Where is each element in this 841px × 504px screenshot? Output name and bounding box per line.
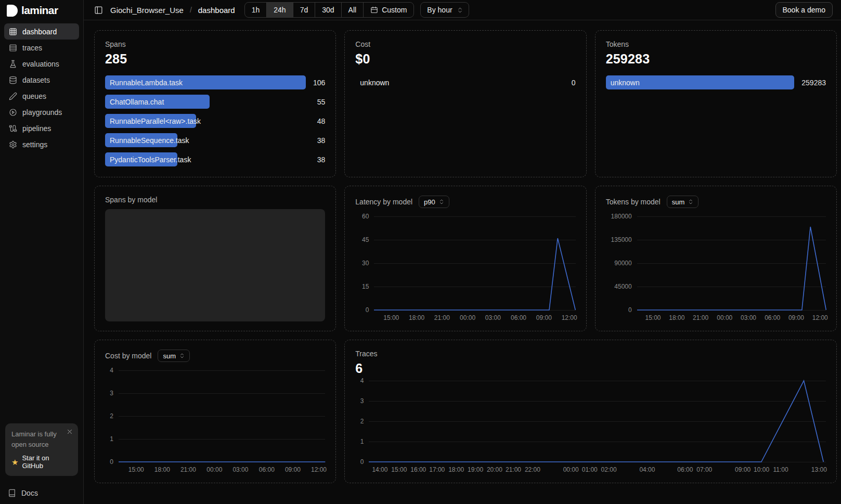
- metric-bar-value: 0: [564, 79, 576, 87]
- latency-by-model-title: Latency by model: [355, 198, 412, 206]
- x-tick-label: 09:00: [788, 314, 804, 321]
- cost-bar-list: unknown0: [355, 75, 575, 95]
- x-tick-label: 17:00: [429, 466, 445, 473]
- metric-bar-row[interactable]: unknown259283: [606, 75, 826, 89]
- panel-toggle-icon[interactable]: [93, 5, 104, 16]
- range-label: Custom: [382, 6, 407, 14]
- metric-bar-row[interactable]: PydanticToolsParser.task38: [105, 152, 325, 166]
- y-tick-label: 60: [362, 213, 369, 220]
- x-tick-label: 00:00: [460, 314, 475, 321]
- docs-label: Docs: [21, 489, 38, 497]
- x-tick-label: 21:00: [434, 314, 450, 321]
- sidebar-item-pipelines[interactable]: pipelines: [4, 120, 79, 136]
- x-tick-label: 15:00: [128, 466, 144, 473]
- cost-by-model-title: Cost by model: [105, 352, 151, 360]
- sidebar-item-label: dashboard: [22, 28, 57, 36]
- star-github-link[interactable]: ★ Star it on GitHub: [11, 454, 72, 470]
- chevrons-up-down-icon: [457, 7, 463, 14]
- y-tick-label: 30: [362, 260, 369, 267]
- pen-icon: [9, 92, 17, 100]
- x-tick-label: 16:00: [410, 466, 426, 473]
- x-tick-label: 07:00: [696, 466, 712, 473]
- range-all-button[interactable]: All: [342, 3, 364, 17]
- spans-by-model-title: Spans by model: [105, 196, 325, 204]
- tokens-bar-list: unknown259283: [606, 75, 826, 95]
- range-24h-button[interactable]: 24h: [267, 3, 293, 17]
- metric-bar-track: RunnableLambda.task: [105, 75, 306, 89]
- range-label: 24h: [274, 6, 286, 14]
- range-30d-button[interactable]: 30d: [315, 3, 341, 17]
- tokens-agg-select[interactable]: sum: [667, 196, 699, 208]
- chart-x-axis: 15:0018:0021:0000:0003:0006:0009:0012:00: [119, 462, 325, 473]
- tokens-agg-value: sum: [672, 198, 685, 206]
- spans-total: 285: [105, 51, 325, 67]
- brand-logo[interactable]: laminar: [0, 0, 83, 23]
- metric-bar-label: RunnableSequence.task: [110, 136, 189, 145]
- metric-bar-value: 55: [314, 98, 325, 106]
- range-label: 30d: [322, 6, 334, 14]
- star-github-label: Star it on GitHub: [22, 454, 72, 470]
- docs-link[interactable]: Docs: [0, 483, 83, 504]
- sidebar-item-traces[interactable]: traces: [4, 40, 79, 56]
- chart-y-axis: 04500090000135000180000: [606, 216, 637, 310]
- x-tick-label: 04:00: [639, 466, 655, 473]
- sidebar-item-settings[interactable]: settings: [4, 136, 79, 152]
- book-demo-button[interactable]: Book a demo: [775, 2, 833, 18]
- breadcrumb-page: dashboard: [198, 6, 235, 15]
- breadcrumb-separator: /: [190, 6, 192, 14]
- sidebar-item-evaluations[interactable]: evaluations: [4, 56, 79, 72]
- y-tick-label: 4: [110, 367, 113, 374]
- metric-bar-row[interactable]: unknown0: [355, 75, 575, 89]
- traces-total: 6: [355, 361, 826, 376]
- sidebar-nav: dashboardtracesevaluationsdatasetsqueues…: [0, 23, 83, 423]
- sidebar-item-dashboard[interactable]: dashboard: [4, 23, 79, 40]
- x-tick-label: 14:00: [372, 466, 387, 473]
- x-tick-label: 15:00: [383, 314, 399, 321]
- metric-bar-track: RunnableSequence.task: [105, 133, 306, 147]
- y-tick-label: 180000: [611, 213, 632, 220]
- y-tick-label: 2: [360, 418, 364, 425]
- chart-x-axis: 15:0018:0021:0000:0003:0006:0009:0012:00: [374, 310, 575, 321]
- cost-agg-value: sum: [163, 352, 176, 360]
- metric-bar-row[interactable]: ChatOllama.chat55: [105, 95, 325, 109]
- sidebar-item-label: queues: [22, 92, 46, 100]
- chart-y-axis: 015304560: [355, 216, 374, 310]
- flask-icon: [9, 60, 17, 68]
- metric-bar-label: ChatOllama.chat: [110, 98, 164, 106]
- sidebar-item-queues[interactable]: queues: [4, 88, 79, 104]
- breadcrumb-project[interactable]: Giochi_Browser_Use: [110, 6, 184, 15]
- tokens-by-model-card: Tokens by model sum 04500090000135000180…: [595, 186, 837, 331]
- close-icon[interactable]: [65, 427, 74, 436]
- sidebar-item-label: traces: [22, 44, 42, 52]
- brand-name: laminar: [21, 4, 58, 17]
- y-tick-label: 0: [366, 306, 369, 314]
- rows-icon: [9, 44, 17, 52]
- x-tick-label: 00:00: [206, 466, 222, 473]
- book-icon: [8, 489, 16, 497]
- range-7d-button[interactable]: 7d: [293, 3, 316, 17]
- range-1h-button[interactable]: 1h: [245, 3, 267, 17]
- y-tick-label: 1: [110, 435, 113, 443]
- metric-bar-row[interactable]: RunnableSequence.task38: [105, 133, 325, 147]
- sidebar-item-playgrounds[interactable]: playgrounds: [4, 104, 79, 120]
- x-tick-label: 18:00: [669, 314, 684, 321]
- calendar-icon: [370, 6, 378, 14]
- range-custom-button[interactable]: Custom: [364, 3, 413, 17]
- x-tick-label: 09:00: [536, 314, 552, 321]
- x-tick-label: 00:00: [717, 314, 732, 321]
- metric-bar-value: 38: [314, 136, 325, 145]
- y-tick-label: 4: [360, 377, 364, 384]
- x-tick-label: 13:00: [811, 466, 827, 473]
- x-tick-label: 22:00: [525, 466, 540, 473]
- metric-bar-row[interactable]: RunnableParallel<raw>.task48: [105, 114, 325, 128]
- range-label: 7d: [300, 6, 308, 14]
- tokens-card-title: Tokens: [606, 40, 826, 48]
- metric-bar-row[interactable]: RunnableLambda.task106: [105, 75, 325, 89]
- y-tick-label: 0: [110, 458, 113, 466]
- dashboard-content: Spans 285 RunnableLambda.task106ChatOlla…: [84, 20, 841, 504]
- app-root: laminar dashboardtracesevaluationsdatase…: [0, 0, 841, 504]
- group-by-select[interactable]: By hour: [420, 2, 469, 18]
- sidebar-item-datasets[interactable]: datasets: [4, 72, 79, 88]
- latency-agg-select[interactable]: p90: [419, 196, 449, 208]
- cost-agg-select[interactable]: sum: [158, 350, 190, 362]
